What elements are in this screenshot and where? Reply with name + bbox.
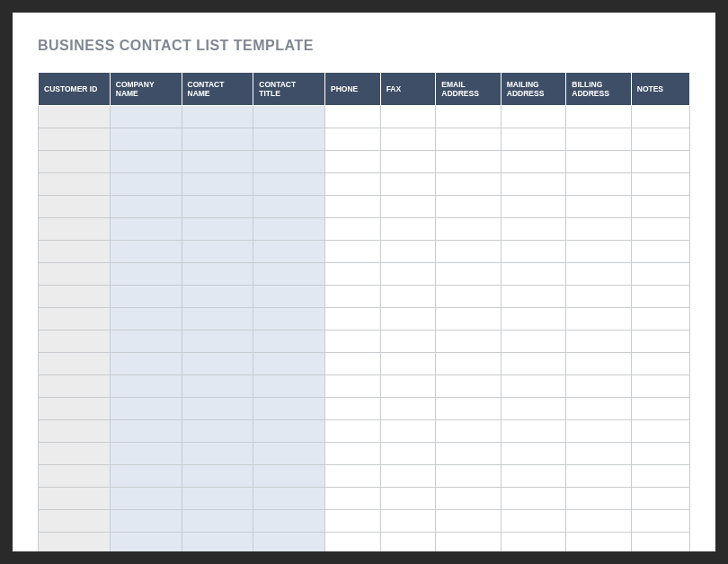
table-cell[interactable] — [501, 173, 566, 196]
table-cell[interactable] — [566, 241, 632, 263]
table-cell[interactable] — [253, 420, 325, 443]
table-cell[interactable] — [253, 510, 325, 533]
table-cell[interactable] — [39, 128, 111, 151]
table-cell[interactable] — [631, 196, 689, 218]
table-cell[interactable] — [182, 375, 253, 398]
table-cell[interactable] — [39, 218, 111, 241]
table-cell[interactable] — [39, 106, 111, 128]
table-cell[interactable] — [566, 353, 632, 375]
table-cell[interactable] — [325, 375, 381, 398]
table-cell[interactable] — [110, 443, 182, 465]
table-cell[interactable] — [631, 510, 689, 533]
table-cell[interactable] — [325, 263, 381, 286]
table-cell[interactable] — [325, 533, 381, 551]
table-cell[interactable] — [501, 420, 566, 443]
table-cell[interactable] — [566, 465, 632, 488]
table-cell[interactable] — [253, 128, 325, 151]
table-cell[interactable] — [110, 465, 182, 488]
table-cell[interactable] — [253, 218, 325, 241]
table-cell[interactable] — [501, 106, 566, 128]
table-cell[interactable] — [110, 420, 182, 443]
table-cell[interactable] — [182, 151, 253, 173]
table-cell[interactable] — [253, 151, 325, 173]
table-cell[interactable] — [325, 218, 381, 241]
table-cell[interactable] — [566, 420, 632, 443]
table-cell[interactable] — [380, 173, 436, 196]
table-cell[interactable] — [631, 330, 689, 353]
table-cell[interactable] — [436, 398, 502, 420]
table-cell[interactable] — [501, 241, 566, 263]
table-cell[interactable] — [380, 443, 436, 465]
table-cell[interactable] — [436, 128, 502, 151]
table-cell[interactable] — [39, 196, 111, 218]
table-cell[interactable] — [380, 151, 436, 173]
table-cell[interactable] — [566, 151, 632, 173]
table-cell[interactable] — [501, 398, 566, 420]
table-cell[interactable] — [501, 151, 566, 173]
table-cell[interactable] — [436, 263, 502, 286]
table-cell[interactable] — [39, 263, 111, 286]
table-cell[interactable] — [253, 375, 325, 398]
table-cell[interactable] — [325, 308, 381, 330]
table-cell[interactable] — [380, 106, 436, 128]
table-cell[interactable] — [436, 488, 502, 510]
table-cell[interactable] — [110, 151, 182, 173]
table-cell[interactable] — [631, 533, 689, 551]
table-cell[interactable] — [253, 241, 325, 263]
table-cell[interactable] — [566, 263, 632, 286]
table-cell[interactable] — [39, 173, 111, 196]
table-cell[interactable] — [501, 510, 566, 533]
table-cell[interactable] — [436, 510, 502, 533]
table-cell[interactable] — [380, 353, 436, 375]
table-cell[interactable] — [325, 241, 381, 263]
table-cell[interactable] — [436, 218, 502, 241]
table-cell[interactable] — [631, 308, 689, 330]
table-cell[interactable] — [39, 533, 111, 551]
table-cell[interactable] — [110, 533, 182, 551]
table-cell[interactable] — [253, 196, 325, 218]
table-cell[interactable] — [325, 128, 381, 151]
table-cell[interactable] — [39, 420, 111, 443]
table-cell[interactable] — [380, 330, 436, 353]
table-cell[interactable] — [39, 151, 111, 173]
table-cell[interactable] — [631, 286, 689, 308]
table-cell[interactable] — [380, 375, 436, 398]
table-cell[interactable] — [566, 173, 632, 196]
table-cell[interactable] — [182, 465, 253, 488]
table-cell[interactable] — [325, 151, 381, 173]
table-cell[interactable] — [253, 465, 325, 488]
table-cell[interactable] — [182, 173, 253, 196]
table-cell[interactable] — [501, 128, 566, 151]
table-cell[interactable] — [110, 308, 182, 330]
table-cell[interactable] — [253, 308, 325, 330]
table-cell[interactable] — [631, 353, 689, 375]
table-cell[interactable] — [631, 241, 689, 263]
table-cell[interactable] — [436, 420, 502, 443]
table-cell[interactable] — [325, 398, 381, 420]
table-cell[interactable] — [380, 241, 436, 263]
table-cell[interactable] — [436, 375, 502, 398]
table-cell[interactable] — [182, 218, 253, 241]
table-cell[interactable] — [39, 465, 111, 488]
table-cell[interactable] — [501, 375, 566, 398]
table-cell[interactable] — [566, 286, 632, 308]
table-cell[interactable] — [436, 330, 502, 353]
table-cell[interactable] — [325, 106, 381, 128]
table-cell[interactable] — [566, 398, 632, 420]
table-cell[interactable] — [182, 353, 253, 375]
table-cell[interactable] — [325, 443, 381, 465]
table-cell[interactable] — [182, 196, 253, 218]
table-cell[interactable] — [436, 106, 502, 128]
table-cell[interactable] — [325, 420, 381, 443]
table-cell[interactable] — [501, 533, 566, 551]
table-cell[interactable] — [325, 353, 381, 375]
table-cell[interactable] — [182, 330, 253, 353]
table-cell[interactable] — [110, 196, 182, 218]
table-cell[interactable] — [380, 465, 436, 488]
table-cell[interactable] — [39, 286, 111, 308]
table-cell[interactable] — [325, 465, 381, 488]
table-cell[interactable] — [501, 308, 566, 330]
table-cell[interactable] — [631, 420, 689, 443]
table-cell[interactable] — [380, 488, 436, 510]
table-cell[interactable] — [501, 286, 566, 308]
